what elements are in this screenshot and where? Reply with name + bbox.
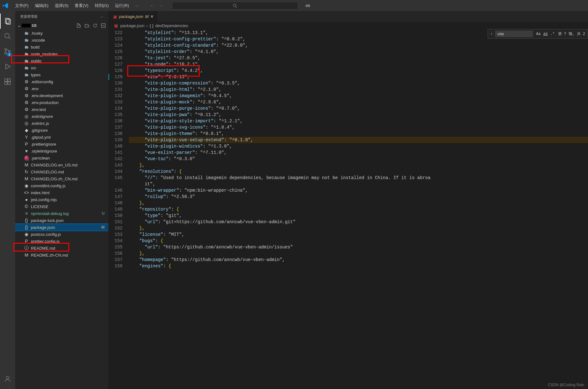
regex-icon[interactable]: .* xyxy=(550,31,555,37)
folder-icon: 🖿 xyxy=(24,72,29,77)
tree-item[interactable]: {}package-lock.json xyxy=(15,217,108,224)
activity-search-icon[interactable] xyxy=(0,29,15,44)
tree-item[interactable]: ©LICENSE xyxy=(15,203,108,210)
file-icon: <> xyxy=(24,190,29,195)
tree-item[interactable]: {}package.jsonM xyxy=(15,224,108,231)
tab-package-json[interactable]: ▣ package.json M ✕ xyxy=(108,11,158,22)
new-folder-icon[interactable] xyxy=(84,23,89,28)
tree-item-label: .vscode xyxy=(31,38,45,43)
find-input[interactable] xyxy=(495,31,533,37)
tree-item[interactable]: Pprettier.config.js xyxy=(15,238,108,245)
collapse-icon[interactable] xyxy=(101,23,106,28)
tree-item[interactable]: ◆.gitignore xyxy=(15,127,108,134)
tree-item[interactable]: ≡npminstall-debug.logU xyxy=(15,210,108,217)
tree-item[interactable]: ⚙.env.test xyxy=(15,106,108,113)
activity-debug-icon[interactable] xyxy=(0,59,15,74)
tree-item[interactable]: ⚙.editorconfig xyxy=(15,78,108,85)
tree-item[interactable]: 🖿types xyxy=(15,71,108,78)
close-icon[interactable]: ✕ xyxy=(150,14,154,19)
tree-item[interactable]: 🖿node_modules xyxy=(15,50,108,57)
tree-item[interactable]: 🖿.husky xyxy=(15,30,108,37)
tree-item-label: README.md xyxy=(31,246,55,251)
menu-more[interactable]: ··· xyxy=(133,2,141,9)
nav-forward-icon[interactable]: → xyxy=(158,2,164,9)
tree-item[interactable]: 🧶.yarnclean xyxy=(15,154,108,161)
tree-item[interactable]: MCHANGELOG.en_US.md xyxy=(15,161,108,168)
tree-item[interactable]: MREADME.zh-CN.md xyxy=(15,252,108,258)
find-result-text: 第 ? 项, 共 2 xyxy=(558,31,585,37)
code-editor[interactable]: 1221231241251261271281291301311321331341… xyxy=(108,29,588,389)
file-icon: ⚙ xyxy=(24,86,29,91)
tree-item-label: README.zh-CN.md xyxy=(31,253,68,258)
folder-icon: 🖿 xyxy=(24,31,29,36)
tree-item[interactable]: ◎.eslintrc.js xyxy=(15,120,108,127)
new-file-icon[interactable] xyxy=(76,23,81,28)
tree-item-label: .env xyxy=(31,86,39,91)
match-word-icon[interactable]: ab xyxy=(543,31,548,37)
tree-item[interactable]: ●jest.config.mjs xyxy=(15,196,108,203)
tree-item[interactable]: ⚙.env.production xyxy=(15,99,108,106)
tree-item[interactable]: ◉postcss.config.js xyxy=(15,231,108,238)
tab-filename: package.json xyxy=(119,14,143,19)
tree-item-label: node_modules xyxy=(31,52,58,56)
tree-item[interactable]: ↻CHANGELOG.md xyxy=(15,168,108,175)
tree-item[interactable]: ♥.stylelintignore xyxy=(15,148,108,154)
file-tree[interactable]: 🖿.husky🖿.vscode🖿build🖿node_modules🖿publi… xyxy=(15,29,108,389)
refresh-icon[interactable] xyxy=(93,23,98,28)
explorer-root-header[interactable]: ⌄ EB xyxy=(15,22,108,29)
activity-account-icon[interactable] xyxy=(0,371,15,386)
menu-select[interactable]: 选择(S) xyxy=(52,2,71,10)
tree-item[interactable]: 🖿build xyxy=(15,44,108,50)
activity-explorer-icon[interactable] xyxy=(0,14,15,29)
tree-item-label: build xyxy=(31,45,39,49)
file-icon: {} xyxy=(24,218,29,223)
tree-item[interactable]: P.prettierignore xyxy=(15,141,108,148)
tree-item[interactable]: 🖿.vscode xyxy=(15,37,108,44)
menu-view[interactable]: 查看(V) xyxy=(72,2,91,10)
tree-item[interactable]: ⚙.env xyxy=(15,85,108,92)
tree-item[interactable]: ⓘREADME.md xyxy=(15,245,108,252)
root-folder-name: EB xyxy=(32,24,37,27)
activity-extensions-icon[interactable] xyxy=(0,74,15,89)
tree-item-label: jest.config.mjs xyxy=(31,197,57,202)
file-icon: ♥ xyxy=(24,148,29,154)
tree-item-label: postcss.config.js xyxy=(31,232,61,237)
activity-scm-icon[interactable]: 3 xyxy=(0,44,15,59)
git-status-badge: M xyxy=(101,225,105,229)
tree-item[interactable]: <>index.html xyxy=(15,189,108,196)
menu-go[interactable]: 转到(G) xyxy=(92,2,111,10)
tree-item[interactable]: ◎.eslintignore xyxy=(15,113,108,120)
breadcrumb-file[interactable]: package.json xyxy=(120,23,145,28)
tree-item-label: .gitpod.yml xyxy=(31,135,51,140)
find-toggle-icon[interactable]: › xyxy=(490,32,493,36)
tree-item-label: LICENSE xyxy=(31,204,49,209)
match-case-icon[interactable]: Aa xyxy=(535,31,541,37)
tree-item[interactable]: Y.gitpod.yml xyxy=(15,134,108,141)
command-center-search[interactable] xyxy=(172,2,298,9)
tree-item[interactable]: 🖿src xyxy=(15,64,108,71)
vscode-logo-icon xyxy=(3,3,9,9)
menu-file[interactable]: 文件(F) xyxy=(13,2,31,10)
tree-item-label: prettier.config.js xyxy=(31,239,60,244)
breadcrumb-symbol[interactable]: devDependencies xyxy=(155,23,188,28)
nav-back-icon[interactable]: ← xyxy=(149,2,155,9)
tree-item[interactable]: 🖿public xyxy=(15,57,108,64)
tree-item-label: .gitignore xyxy=(31,128,48,133)
tree-item[interactable]: MCHANGELOG.zh_CN.md xyxy=(15,175,108,182)
file-icon: ◎ xyxy=(24,121,29,126)
tree-item[interactable]: ⚙.env.development xyxy=(15,92,108,99)
tree-item-label: .stylelintignore xyxy=(31,149,57,154)
file-icon: P xyxy=(24,239,29,244)
menu-edit[interactable]: 编辑(E) xyxy=(32,2,51,10)
folder-icon: 🖿 xyxy=(24,51,29,56)
tree-item-label: public xyxy=(31,59,42,63)
tree-item[interactable]: ◉commitlint.config.js xyxy=(15,182,108,189)
menu-run[interactable]: 运行(R) xyxy=(112,2,131,10)
chevron-down-icon: ⌄ xyxy=(18,24,20,28)
tree-item-label: CHANGELOG.zh_CN.md xyxy=(31,177,77,181)
tree-item-label: .eslintignore xyxy=(31,114,53,119)
find-widget: › Aa ab .* 第 ? 项, 共 2 xyxy=(488,29,588,39)
tree-item-label: index.html xyxy=(31,190,49,195)
breadcrumb[interactable]: ▣ package.json › { } devDependencies xyxy=(108,22,588,29)
sidebar-more-icon[interactable]: ··· xyxy=(100,15,103,19)
